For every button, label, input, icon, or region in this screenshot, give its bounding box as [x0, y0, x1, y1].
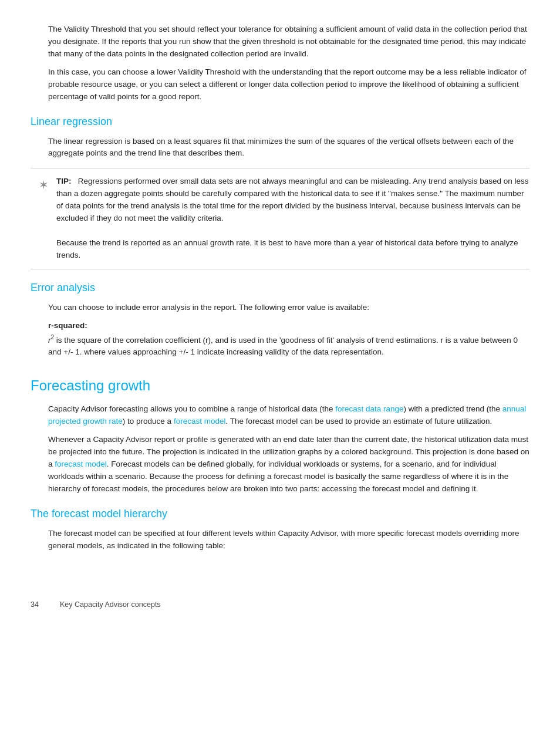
fg-para2-suffix: . Forecast models can be defined globall… — [48, 460, 508, 493]
linear-regression-heading: Linear regression — [31, 114, 529, 130]
forecast-model-hierarchy-heading: The forecast model hierarchy — [31, 506, 529, 522]
intro-para2: In this case, you can choose a lower Val… — [48, 66, 529, 103]
r-squared-suffix: is the square of the correlation coeffic… — [48, 336, 518, 357]
fg-para1-prefix: Capacity Advisor forecasting allows you … — [48, 404, 335, 413]
linear-regression-para1: The linear regression is based on a leas… — [48, 136, 529, 160]
fg-para1-middle2: ) to produce a — [123, 417, 174, 426]
error-analysis-heading: Error analysis — [31, 280, 529, 296]
tip-text2: Because the trend is reported as an annu… — [56, 238, 518, 259]
page-number: 34 — [31, 599, 54, 610]
tip-text1: Regressions performed over small data se… — [56, 177, 528, 222]
forecast-model-link2[interactable]: forecast model — [55, 460, 107, 468]
forecasting-growth-heading: Forecasting growth — [31, 375, 529, 396]
fg-para1-middle: ) with a predicted trend (the — [404, 404, 502, 413]
error-analysis-para1: You can choose to include error analysis… — [48, 302, 529, 314]
forecasting-growth-para2: Whenever a Capacity Advisor report or pr… — [48, 434, 529, 495]
page-footer: 34 Key Capacity Advisor concepts — [31, 599, 529, 610]
r-squared-text: r2 is the square of the correlation coef… — [48, 333, 529, 359]
tip-label: TIP: — [56, 177, 72, 185]
r-squared-label: r-squared: — [48, 320, 529, 332]
fg-para1-suffix: . The forecast model can be used to prov… — [225, 417, 492, 426]
tip-icon: ✶ — [31, 176, 56, 194]
footer-section-label: Key Capacity Advisor concepts — [60, 599, 161, 610]
forecast-model-link1[interactable]: forecast model — [174, 417, 226, 426]
forecast-data-range-link[interactable]: forecast data range — [335, 404, 403, 413]
tip-box: ✶ TIP: Regressions performed over small … — [31, 168, 529, 269]
intro-para1: The Validity Threshold that you set shou… — [48, 23, 529, 60]
tip-content: TIP: Regressions performed over small da… — [56, 175, 529, 261]
forecast-model-hierarchy-para1: The forecast model can be specified at f… — [48, 528, 529, 552]
forecasting-growth-para1: Capacity Advisor forecasting allows you … — [48, 403, 529, 428]
page: The Validity Threshold that you set shou… — [0, 0, 560, 746]
